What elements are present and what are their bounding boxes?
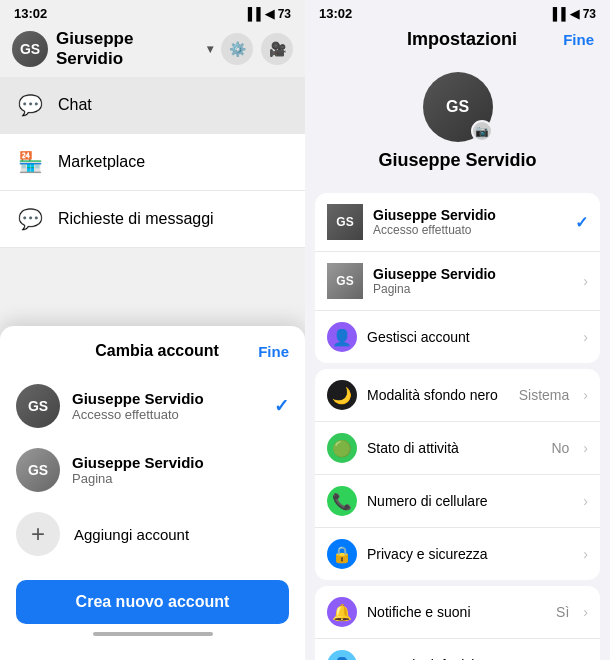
phone-icon: 📞 (327, 486, 357, 516)
settings-account-sub-2: Pagina (373, 282, 573, 296)
left-status-icons: ▐▐ ◀ 73 (244, 7, 291, 21)
left-panel: 13:02 ▐▐ ◀ 73 GS Giuseppe Servidio ▾ ⚙️ … (0, 0, 305, 660)
dark-mode-icon: 🌙 (327, 380, 357, 410)
bottom-sheet: Cambia account Fine GS Giuseppe Servidio… (0, 326, 305, 660)
phone-label: Numero di cellulare (367, 493, 573, 509)
dark-mode-value: Sistema (519, 387, 570, 403)
account-sub-2: Pagina (72, 471, 289, 486)
dark-mode-row[interactable]: 🌙 Modalità sfondo nero Sistema › (315, 369, 600, 422)
chat-icon: 💬 (16, 91, 44, 119)
settings-account-avatar-2: GS (327, 263, 363, 299)
left-header: GS Giuseppe Servidio ▾ ⚙️ 🎥 (0, 25, 305, 77)
notifications-row[interactable]: 🔔 Notifiche e suoni Sì › (315, 586, 600, 639)
settings-account-name-1: Giuseppe Servidio (373, 207, 565, 223)
left-user-name[interactable]: Giuseppe Servidio ▾ (56, 29, 213, 69)
right-status-bar: 13:02 ▐▐ ◀ 73 (305, 0, 610, 25)
activity-chevron: › (583, 440, 588, 456)
settings-done-button[interactable]: Fine (563, 31, 594, 48)
nav-label-chat: Chat (58, 96, 92, 114)
right-status-icons: ▐▐ ◀ 73 (549, 7, 596, 21)
notifications-label: Notifiche e suoni (367, 604, 546, 620)
account-row-2-chevron: › (583, 273, 588, 289)
settings-account-check-1: ✓ (575, 213, 588, 232)
activity-row[interactable]: 🟢 Stato di attività No › (315, 422, 600, 475)
activity-label: Stato di attività (367, 440, 541, 456)
settings-title: Impostazioni (361, 29, 563, 50)
profile-section: GS 📷 Giuseppe Servidio (305, 62, 610, 187)
battery-icon: 73 (278, 7, 291, 21)
richieste-icon: 💬 (16, 205, 44, 233)
settings-account-info-2: Giuseppe Servidio Pagina (373, 266, 573, 296)
settings-account-info-1: Giuseppe Servidio Accesso effettuato (373, 207, 565, 237)
left-status-time: 13:02 (14, 6, 47, 21)
profile-name: Giuseppe Servidio (378, 150, 536, 171)
add-account-label: Aggiungi account (74, 526, 189, 543)
right-battery-icon: 73 (583, 7, 596, 21)
contacts-icon: 👤 (327, 650, 357, 660)
right-signal-icon: ▐▐ (549, 7, 566, 21)
chevron-down-icon: ▾ (207, 42, 213, 56)
activity-value: No (551, 440, 569, 456)
settings-account-row-1[interactable]: GS Giuseppe Servidio Accesso effettuato … (315, 193, 600, 252)
account-item-1[interactable]: GS Giuseppe Servidio Accesso effettuato … (16, 374, 289, 438)
crea-nuovo-account-button[interactable]: Crea nuovo account (16, 580, 289, 624)
right-wifi-icon: ◀ (570, 7, 579, 21)
account-avatar-2: GS (16, 448, 60, 492)
account-check-icon-1: ✓ (274, 395, 289, 417)
account-avatar-1: GS (16, 384, 60, 428)
privacy-icon: 🔒 (327, 539, 357, 569)
camera-icon: 📷 (471, 120, 493, 142)
nav-item-chat[interactable]: 💬 Chat (0, 77, 305, 134)
gestisci-chevron: › (583, 329, 588, 345)
header-actions: ⚙️ 🎥 (221, 33, 293, 65)
signal-icon: ▐▐ (244, 7, 261, 21)
phone-chevron: › (583, 493, 588, 509)
home-indicator (93, 632, 213, 636)
nav-label-marketplace: Marketplace (58, 153, 145, 171)
dark-mode-chevron: › (583, 387, 588, 403)
right-status-time: 13:02 (319, 6, 352, 21)
sheet-done-button[interactable]: Fine (258, 343, 289, 360)
left-status-bar: 13:02 ▐▐ ◀ 73 (0, 0, 305, 25)
phone-row[interactable]: 📞 Numero di cellulare › (315, 475, 600, 528)
gestisci-account-row[interactable]: 👤 Gestisci account › (315, 311, 600, 363)
settings-scroll: GS Giuseppe Servidio Accesso effettuato … (305, 187, 610, 660)
privacy-row[interactable]: 🔒 Privacy e sicurezza › (315, 528, 600, 580)
activity-icon: 🟢 (327, 433, 357, 463)
nav-item-richieste[interactable]: 💬 Richieste di messaggi (0, 191, 305, 248)
add-icon: + (16, 512, 60, 556)
video-icon-btn[interactable]: 🎥 (261, 33, 293, 65)
nav-item-marketplace[interactable]: 🏪 Marketplace (0, 134, 305, 191)
notifications-icon: 🔔 (327, 597, 357, 627)
nav-list: 💬 Chat 🏪 Marketplace 💬 Richieste di mess… (0, 77, 305, 248)
settings-section-1: 🌙 Modalità sfondo nero Sistema › 🟢 Stato… (315, 369, 600, 580)
account-name-1: Giuseppe Servidio (72, 390, 262, 407)
sheet-header: Cambia account Fine (16, 342, 289, 360)
left-header-avatar[interactable]: GS (12, 31, 48, 67)
contacts-row[interactable]: 👤 Contatti telefonici › (315, 639, 600, 660)
account-info-2: Giuseppe Servidio Pagina (72, 454, 289, 486)
settings-account-avatar-1: GS (327, 204, 363, 240)
wifi-icon: ◀ (265, 7, 274, 21)
marketplace-icon: 🏪 (16, 148, 44, 176)
accounts-section: GS Giuseppe Servidio Accesso effettuato … (315, 193, 600, 363)
right-panel: 13:02 ▐▐ ◀ 73 Impostazioni Fine GS 📷 Giu… (305, 0, 610, 660)
settings-account-sub-1: Accesso effettuato (373, 223, 565, 237)
notifications-chevron: › (583, 604, 588, 620)
sheet-title: Cambia account (56, 342, 258, 360)
account-sub-1: Accesso effettuato (72, 407, 262, 422)
account-name-2: Giuseppe Servidio (72, 454, 289, 471)
settings-account-row-2[interactable]: GS Giuseppe Servidio Pagina › (315, 252, 600, 311)
settings-section-2: 🔔 Notifiche e suoni Sì › 👤 Contatti tele… (315, 586, 600, 660)
profile-avatar-wrap[interactable]: GS 📷 (423, 72, 493, 142)
gestisci-label: Gestisci account (367, 329, 573, 345)
notifications-value: Sì (556, 604, 569, 620)
account-item-2[interactable]: GS Giuseppe Servidio Pagina (16, 438, 289, 502)
account-info-1: Giuseppe Servidio Accesso effettuato (72, 390, 262, 422)
privacy-chevron: › (583, 546, 588, 562)
nav-label-richieste: Richieste di messaggi (58, 210, 214, 228)
add-account-item[interactable]: + Aggiungi account (16, 502, 289, 566)
settings-icon-btn[interactable]: ⚙️ (221, 33, 253, 65)
privacy-label: Privacy e sicurezza (367, 546, 573, 562)
settings-header: Impostazioni Fine (305, 25, 610, 62)
